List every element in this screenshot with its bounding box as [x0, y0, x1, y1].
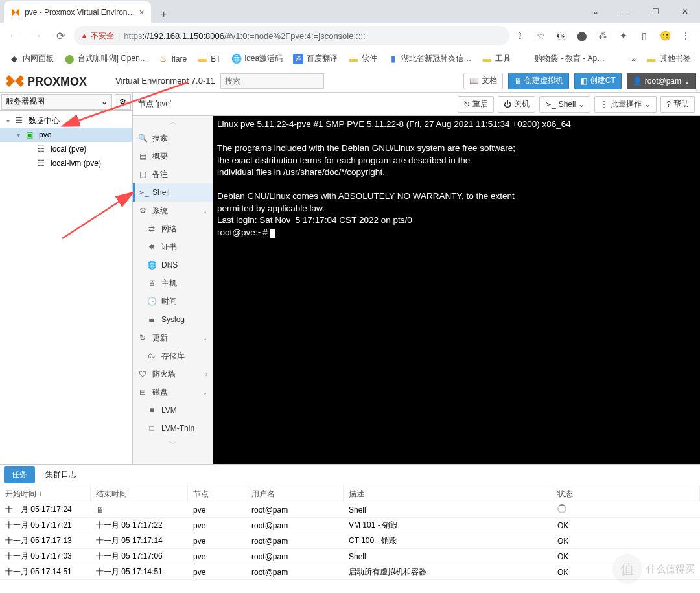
- url-box[interactable]: ▲ 不安全 | https://192.168.1.150:8006/#v1:0…: [74, 26, 509, 45]
- create-ct-button[interactable]: ◧创建CT: [574, 73, 622, 89]
- reboot-button[interactable]: ↻重启: [458, 96, 494, 113]
- tab-cluster-log[interactable]: 集群日志: [38, 466, 84, 483]
- col-user[interactable]: 用户名: [246, 485, 344, 502]
- docs-button[interactable]: 📖文档: [463, 73, 503, 89]
- menu-notes[interactable]: ▢备注: [133, 165, 213, 183]
- ext-icon-1[interactable]: 👀: [555, 29, 568, 42]
- table-row[interactable]: 十一月 05 17:14:51十一月 05 17:14:51pveroot@pa…: [0, 564, 700, 580]
- col-desc[interactable]: 描述: [344, 485, 552, 502]
- tab-tasks[interactable]: 任务: [4, 466, 35, 483]
- menu-search[interactable]: 🔍搜索: [133, 129, 213, 147]
- menu-lvm-thin[interactable]: □LVM-Thin: [133, 419, 213, 437]
- window-minimize-button[interactable]: —: [611, 0, 640, 23]
- bookmark-item[interactable]: ♨flare: [154, 52, 191, 66]
- tree-datacenter[interactable]: ▾☰数据中心: [0, 113, 132, 128]
- breadcrumb: 节点 'pve': [138, 99, 454, 110]
- menu-system[interactable]: ⚙系统⌄: [133, 202, 213, 220]
- flare-icon: ♨: [158, 54, 169, 64]
- table-row[interactable]: 十一月 05 17:17:13十一月 05 17:17:14pveroot@pa…: [0, 533, 700, 549]
- reload-button[interactable]: ⟳: [51, 26, 70, 45]
- tree-storage-local[interactable]: ☷local (pve): [0, 142, 132, 156]
- tab-close-icon[interactable]: ×: [139, 7, 145, 17]
- menu-expand-down[interactable]: ﹀: [133, 437, 213, 450]
- bookmark-item[interactable]: ▮湖北省新冠肺炎信…: [384, 51, 475, 66]
- bookmark-item[interactable]: 译百度翻译: [289, 51, 342, 66]
- other-bookmarks[interactable]: ▬其他书签: [642, 51, 695, 66]
- create-vm-button[interactable]: 🖥创建虚拟机: [508, 73, 569, 89]
- back-button[interactable]: ←: [4, 26, 23, 45]
- table-row[interactable]: 十一月 05 17:17:03十一月 05 17:17:06pveroot@pa…: [0, 549, 700, 564]
- menu-collapse-up[interactable]: ︿: [133, 116, 213, 129]
- shell-terminal[interactable]: Linux pve 5.11.22-4-pve #1 SMP PVE 5.11.…: [213, 116, 700, 464]
- menu-time[interactable]: 🕒时间: [133, 292, 213, 310]
- bookmark-item[interactable]: ◆内网面板: [5, 51, 58, 66]
- refresh-icon: ↻: [138, 333, 147, 342]
- main-area: 服务器视图⌄ ⚙ ▾☰数据中心 ▾▣pve ☷local (pve) ☷loca…: [0, 93, 700, 464]
- user-menu[interactable]: 👤root@pam ⌄: [627, 73, 696, 89]
- menu-certificates[interactable]: ✸证书: [133, 238, 213, 256]
- menu-updates[interactable]: ↻更新⌄: [133, 329, 213, 347]
- menu-dots-icon[interactable]: ⋮: [679, 29, 692, 42]
- global-search-input[interactable]: [220, 73, 324, 89]
- security-warning: ▲ 不安全: [80, 30, 114, 41]
- folder-icon: ▬: [482, 54, 492, 64]
- extensions-puzzle-icon[interactable]: ✦: [617, 29, 630, 42]
- bookmark-item[interactable]: 🌐idea激活码: [228, 51, 287, 66]
- bookmark-icon: ◆: [9, 54, 19, 64]
- table-row[interactable]: 十一月 05 17:17:21十一月 05 17:17:22pveroot@pa…: [0, 518, 700, 533]
- bookmark-item[interactable]: ⬤台式咖啡湖| Open…: [60, 51, 152, 66]
- shutdown-button[interactable]: ⏻关机: [498, 96, 535, 113]
- tree-node-pve[interactable]: ▾▣pve: [0, 128, 132, 142]
- share-icon[interactable]: ⇪: [513, 29, 526, 42]
- bulk-actions-button[interactable]: ⋮批量操作 ⌄: [594, 96, 657, 113]
- menu-syslog[interactable]: ≣Syslog: [133, 310, 213, 329]
- chevron-down-icon[interactable]: ⌄: [581, 0, 611, 23]
- menu-hosts[interactable]: 🖥主机: [133, 274, 213, 292]
- ext-icon-2[interactable]: ⬤: [576, 29, 589, 42]
- col-end-time[interactable]: 结束时间: [91, 485, 188, 502]
- menu-lvm[interactable]: ■LVM: [133, 401, 213, 419]
- forward-button[interactable]: →: [27, 26, 47, 45]
- bookmark-more[interactable]: »: [627, 52, 640, 65]
- table-row[interactable]: 十一月 05 17:17:24🖥pveroot@pamShell: [0, 502, 700, 518]
- menu-dns[interactable]: 🌐DNS: [133, 256, 213, 274]
- col-start-time[interactable]: 开始时间 ↓: [0, 485, 91, 502]
- menu-network[interactable]: ⇄网络: [133, 220, 213, 238]
- window-maximize-button[interactable]: ☐: [640, 0, 670, 23]
- ext-icon-3[interactable]: ⁂: [596, 29, 609, 42]
- bookmark-item[interactable]: ▬BT: [193, 52, 224, 66]
- menu-summary[interactable]: ▤概要: [133, 147, 213, 165]
- tree-settings-button[interactable]: ⚙: [115, 94, 131, 110]
- browser-chrome: pve - Proxmox Virtual Environ… × + ⌄ — ☐…: [0, 0, 700, 69]
- version-label: Virtual Environment 7.0-11: [115, 76, 215, 86]
- proxmox-header: PROXMOX Virtual Environment 7.0-11 📖文档 🖥…: [0, 69, 700, 93]
- terminal-icon: ≻_: [545, 100, 556, 109]
- profile-avatar[interactable]: 🙂: [659, 29, 671, 42]
- menu-disks[interactable]: ⊟磁盘⌄: [133, 383, 213, 401]
- menu-icon: ⋮: [600, 100, 608, 109]
- bookmark-item[interactable]: 购物袋 - 教育 - Ap…: [517, 51, 609, 66]
- bookmark-star-icon[interactable]: ☆: [534, 29, 547, 42]
- tree-storage-local-lvm[interactable]: ☷local-lvm (pve): [0, 156, 132, 170]
- new-tab-button[interactable]: +: [155, 5, 173, 23]
- tree-view-selector-header: 服务器视图⌄ ⚙: [0, 93, 132, 111]
- window-close-button[interactable]: ✕: [670, 0, 700, 23]
- col-status[interactable]: 状态: [552, 485, 700, 502]
- bookmark-item[interactable]: ▬工具: [478, 51, 515, 66]
- apple-icon: [521, 54, 531, 64]
- menu-shell[interactable]: ≻_Shell: [133, 183, 213, 202]
- help-button[interactable]: ?帮助: [660, 96, 695, 113]
- shell-dropdown[interactable]: ≻_Shell ⌄: [539, 96, 590, 113]
- browser-tab[interactable]: pve - Proxmox Virtual Environ… ×: [4, 1, 151, 23]
- chevron-down-icon: ⌄: [644, 100, 651, 109]
- menu-repositories[interactable]: 🗂存储库: [133, 347, 213, 365]
- view-selector[interactable]: 服务器视图⌄: [1, 94, 112, 110]
- col-node[interactable]: 节点: [188, 485, 246, 502]
- proxmox-logo[interactable]: PROXMOX: [4, 73, 108, 89]
- bookmark-item[interactable]: ▬软件: [344, 51, 381, 66]
- sidepanel-icon[interactable]: ▯: [638, 29, 651, 42]
- chevron-down-icon: ⌄: [684, 76, 690, 86]
- cursor: [270, 229, 275, 238]
- chevron-down-icon: ⌄: [578, 100, 585, 109]
- menu-firewall[interactable]: 🛡防火墙›: [133, 365, 213, 383]
